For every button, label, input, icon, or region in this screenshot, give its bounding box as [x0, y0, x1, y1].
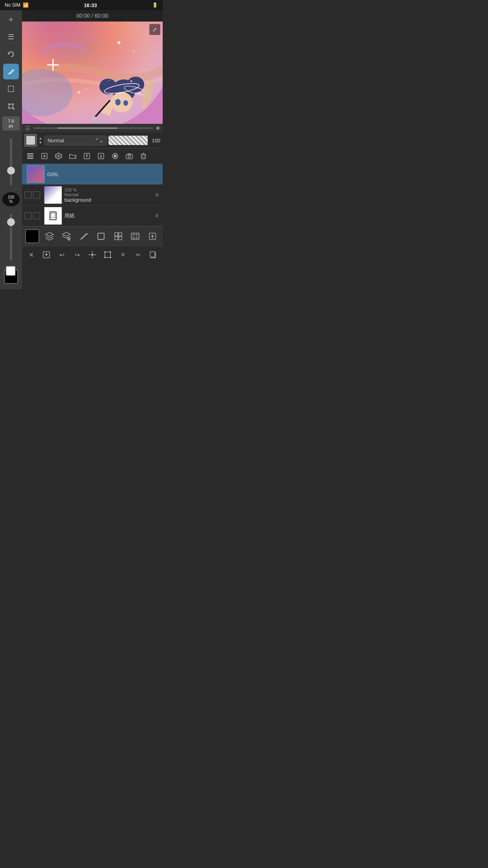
svg-marker-60: [62, 232, 70, 236]
layer-visibility-bg-2[interactable]: [33, 191, 40, 199]
layer-info-girl: GIRL: [47, 171, 160, 177]
move-layer-down-button[interactable]: [95, 150, 107, 162]
layer-visibility-bg-1[interactable]: [24, 191, 31, 199]
color-swatches: [2, 269, 20, 286]
color-picker-tool[interactable]: [25, 229, 39, 243]
svg-rect-1: [8, 86, 14, 92]
layer-info-bg: 100 % Normal background: [64, 188, 154, 203]
layer-thumbnail-bg: [44, 186, 62, 204]
layers-button[interactable]: [42, 229, 57, 243]
copy-action-button[interactable]: ≡: [116, 248, 130, 262]
new-folder-button[interactable]: [67, 150, 79, 162]
main-content: 00:00 / 60:00: [22, 10, 163, 289]
brush-size-thumb[interactable]: [7, 167, 15, 175]
transform-action-button[interactable]: [101, 248, 115, 262]
animation-tool[interactable]: [128, 229, 142, 243]
layer-row-girl[interactable]: GIRL: [22, 164, 163, 185]
blend-mode-selector[interactable]: Normal ⌃⌄: [44, 136, 107, 145]
svg-rect-52: [141, 154, 145, 159]
undo-tool[interactable]: [3, 46, 19, 62]
svg-text:✧: ✧: [132, 49, 136, 54]
canvas-scrollbar: ☰: [22, 124, 163, 132]
layer-row-paper[interactable]: 用紙 ≡: [22, 206, 163, 226]
layer-options-bg[interactable]: ≡: [154, 191, 160, 199]
opacity-slider-horizontal[interactable]: [108, 136, 148, 145]
svg-text:✦: ✦: [116, 39, 122, 47]
svg-text:✧: ✧: [84, 87, 88, 91]
blend-mode-row: ▲ ▼ Normal ⌃⌄ 100: [22, 132, 163, 149]
canvas-artwork: ✦ ✧ ✦ ✧: [22, 22, 163, 124]
undo-action-button[interactable]: ↩: [55, 248, 69, 262]
svg-text:✧: ✧: [108, 79, 111, 82]
expand-canvas-button[interactable]: ⤢: [149, 24, 160, 35]
new-3d-layer-button[interactable]: [53, 150, 64, 162]
opacity-slider[interactable]: [10, 213, 12, 261]
svg-rect-67: [115, 237, 118, 240]
transform-tool[interactable]: [3, 98, 19, 114]
grid-tool[interactable]: [111, 229, 125, 243]
add-button[interactable]: +: [3, 12, 19, 28]
brush-tool[interactable]: [77, 229, 91, 243]
layer-name-bg: background: [64, 197, 154, 203]
status-bar: No SIM 📶 16:33 🔋: [0, 0, 163, 10]
svg-point-49: [114, 154, 117, 158]
svg-rect-31: [27, 156, 33, 157]
brush-size-slider-container: [10, 133, 12, 191]
opacity-thumb[interactable]: [7, 218, 15, 226]
svg-rect-2: [9, 104, 13, 108]
layer-info-paper: 用紙: [64, 212, 154, 219]
pen-tool[interactable]: [3, 64, 19, 79]
svg-point-4: [12, 103, 14, 105]
battery-icon: 🔋: [152, 2, 158, 8]
layer-visibility-paper-1[interactable]: [24, 212, 31, 219]
blend-mode-label: Normal: [48, 138, 64, 143]
layer-effects-button[interactable]: ⚙: [59, 229, 73, 243]
horizontal-scrollbar[interactable]: [33, 127, 153, 129]
svg-point-25: [92, 116, 97, 121]
cut-action-button[interactable]: ✂: [131, 248, 145, 262]
redo-action-button[interactable]: ↪: [70, 248, 84, 262]
svg-point-5: [8, 107, 10, 109]
radial-menu-button[interactable]: [85, 248, 99, 262]
svg-marker-44: [86, 154, 88, 156]
delete-layer-button[interactable]: [138, 150, 149, 162]
move-layer-up-button[interactable]: [81, 150, 93, 162]
svg-rect-65: [115, 233, 118, 236]
wifi-icon: 📶: [23, 2, 29, 8]
paste-action-button[interactable]: [146, 248, 160, 262]
export-button[interactable]: [145, 229, 160, 243]
layer-color-swatch[interactable]: [24, 134, 37, 147]
import-button[interactable]: [39, 248, 53, 262]
scrollbar-menu-icon[interactable]: ☰: [25, 125, 30, 131]
svg-line-63: [81, 239, 81, 239]
layer-blend-mode-bg: Normal: [64, 192, 154, 197]
opacity-display[interactable]: 100 %: [2, 192, 20, 206]
layer-list: GIRL 100 % Normal background ≡: [22, 164, 163, 226]
mask-layer-button[interactable]: [109, 150, 121, 162]
camera-layer-button[interactable]: [123, 150, 135, 162]
layer-visibility-paper-2[interactable]: [33, 212, 40, 219]
close-action-button[interactable]: ✕: [24, 248, 38, 262]
background-color[interactable]: [6, 266, 16, 276]
main-layout: + ☰: [0, 10, 163, 289]
status-left: No SIM 📶: [5, 2, 29, 8]
layer-options-paper[interactable]: ≡: [154, 212, 160, 219]
svg-point-87: [110, 251, 111, 253]
layer-thumb-arrows[interactable]: ▲ ▼: [39, 136, 42, 145]
layer-row-background[interactable]: 100 % Normal background ≡: [22, 185, 163, 206]
svg-marker-47: [100, 156, 102, 158]
svg-text:✦: ✦: [138, 91, 141, 95]
new-raster-layer-button[interactable]: [39, 150, 50, 162]
layer-panel: ▲ ▼ Normal ⌃⌄ 100: [22, 132, 163, 226]
brush-size-slider[interactable]: [10, 138, 12, 186]
select-tool[interactable]: [3, 81, 19, 97]
layer-list-view-toggle[interactable]: [24, 150, 36, 162]
opacity-value-display: 100: [149, 138, 160, 143]
svg-point-20: [115, 99, 121, 105]
timer-bar: 00:00 / 60:00: [22, 10, 163, 22]
brush-size-display[interactable]: 7.0 px: [2, 116, 20, 131]
selection-tool[interactable]: [94, 229, 108, 243]
layer-name-girl: GIRL: [47, 171, 160, 177]
canvas-area[interactable]: ✦ ✧ ✦ ✧: [22, 22, 163, 124]
menu-button[interactable]: ☰: [3, 29, 19, 45]
